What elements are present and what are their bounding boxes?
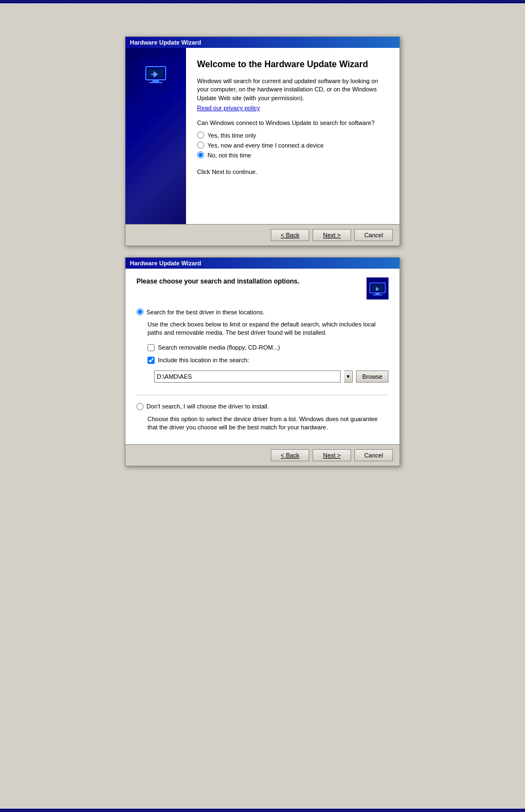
dialog2-section-title: Please choose your search and installati… [136,277,299,285]
radio-search-best-desc: Use the check boxes below to limit or ex… [147,320,389,337]
dialog1-title: Hardware Update Wizard [130,39,201,46]
dialog2-next-button[interactable]: Next > [313,449,351,461]
radio-search-best: Search for the best driver in these loca… [136,308,389,315]
dialog2-titlebar: Hardware Update Wizard [125,258,400,269]
radio-yes-always: Yes, now and every time I connect a devi… [197,141,389,149]
dialog1-desc: Windows will search for current and upda… [197,77,389,102]
radio-search-best-input[interactable] [136,308,144,315]
radio-dont-search: Don't search, I will choose the driver t… [136,403,389,410]
dialog2-cancel-button[interactable]: Cancel [354,449,393,461]
browse-button[interactable]: Browse [356,370,389,383]
dialog2-title: Hardware Update Wizard [130,260,201,266]
checkbox-include-location: Include this location in the search: [147,357,389,364]
radio-yes-once: Yes, this time only [197,132,389,139]
dialog1-button-row: < Back Next > Cancel [125,224,400,246]
page-content: Hardware Update Wizard Welcome to [0,3,525,809]
svg-rect-4 [149,82,162,83]
radio-no-input[interactable] [197,151,204,159]
radio-no-label[interactable]: No, not this time [207,152,251,159]
dialog1: Hardware Update Wizard Welcome to [125,36,400,246]
svg-rect-11 [373,295,382,296]
radio-search-best-label[interactable]: Search for the best driver in these loca… [146,309,265,315]
dialog1-titlebar: Hardware Update Wizard [125,37,400,48]
dialog1-question: Can Windows connect to Windows Update to… [197,119,389,127]
dialog1-body: Welcome to the Hardware Update Wizard Wi… [125,48,400,224]
dialog2-header: Please choose your search and installati… [136,277,389,299]
checkbox-removable-media-input[interactable] [147,344,155,351]
hardware-wizard-icon [140,59,171,90]
checkbox-include-location-label[interactable]: Include this location in the search: [158,357,249,363]
radio-dont-search-label[interactable]: Don't search, I will choose the driver t… [146,403,269,410]
dialog1-next-button[interactable]: Next > [313,229,351,241]
separator [136,395,389,395]
radio-dont-search-input[interactable] [136,403,144,410]
dialog2: Hardware Update Wizard Please choose you… [125,257,400,466]
privacy-link[interactable]: Read our privacy policy [197,105,260,111]
checkbox-removable-media-label[interactable]: Search removable media (floppy, CD-ROM..… [158,344,280,351]
hardware-icon-small [367,277,389,299]
dialog1-main: Welcome to the Hardware Update Wizard Wi… [186,48,400,224]
radio-yes-always-label[interactable]: Yes, now and every time I connect a devi… [207,142,324,149]
dialog1-cancel-button[interactable]: Cancel [354,229,393,241]
location-input[interactable] [154,370,341,383]
dialog2-options: Search for the best driver in these loca… [136,308,389,435]
dialog2-back-button[interactable]: < Back [271,449,309,461]
radio-yes-once-label[interactable]: Yes, this time only [207,132,256,139]
location-dropdown-arrow[interactable]: ▼ [344,370,353,383]
dialog1-back-button[interactable]: < Back [271,229,309,241]
dialog1-heading: Welcome to the Hardware Update Wizard [197,59,389,70]
radio-yes-once-input[interactable] [197,132,204,139]
radio-no: No, not this time [197,151,389,159]
svg-rect-10 [375,293,380,295]
dialog1-sidebar [125,48,186,224]
checkbox-include-location-input[interactable] [147,357,155,364]
dialog2-body: Please choose your search and installati… [125,269,400,444]
dialog1-footer-note: Click Next to continue. [197,168,389,175]
bottom-bar [0,809,525,812]
radio-dont-search-desc: Choose this option to select the device … [147,415,389,432]
location-row: ▼ Browse [154,370,389,383]
svg-rect-3 [152,80,159,82]
radio-yes-always-input[interactable] [197,141,204,149]
dialog2-button-row: < Back Next > Cancel [125,444,400,466]
checkbox-removable-media: Search removable media (floppy, CD-ROM..… [147,344,389,351]
